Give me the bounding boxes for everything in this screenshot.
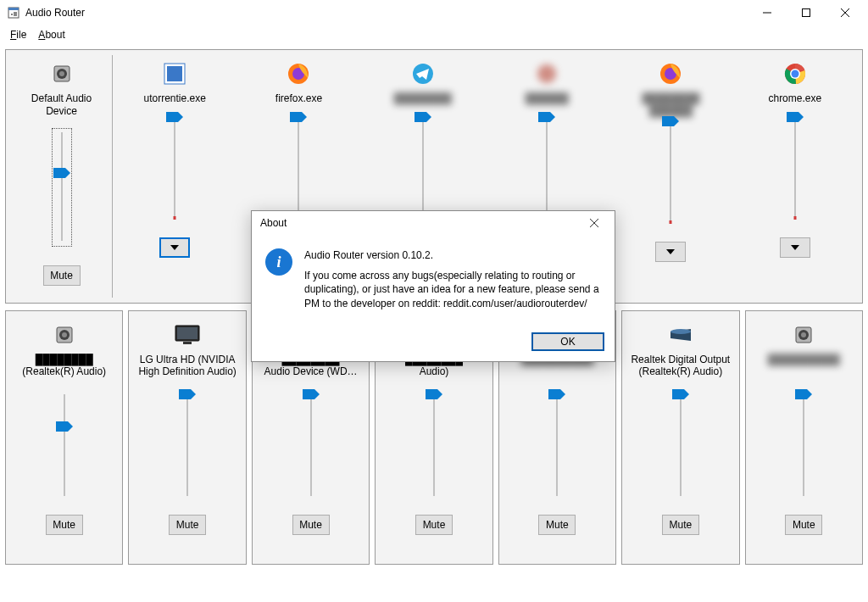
svg-point-23 bbox=[537, 64, 556, 83]
maximize-button[interactable] bbox=[787, 0, 826, 25]
svg-marker-33 bbox=[787, 112, 804, 122]
speaker-icon bbox=[788, 320, 819, 350]
firefox-icon bbox=[655, 59, 686, 89]
svg-rect-3 bbox=[14, 12, 17, 16]
utorrent-icon bbox=[159, 59, 190, 89]
about-dialog: About i Audio Router version 0.10.2. If … bbox=[251, 210, 615, 362]
app-label: firefox.exe bbox=[275, 92, 322, 105]
device-volume-slider[interactable] bbox=[301, 394, 321, 496]
device-volume-slider[interactable] bbox=[670, 394, 691, 496]
svg-marker-55 bbox=[795, 389, 812, 399]
speaker-icon bbox=[47, 59, 77, 89]
svg-rect-1 bbox=[8, 8, 19, 10]
mute-button[interactable]: Mute bbox=[785, 515, 822, 535]
svg-point-2 bbox=[11, 14, 13, 15]
svg-point-50 bbox=[670, 329, 691, 334]
device-label: LG Ultra HD (NVIDIA High Definition Audi… bbox=[134, 354, 240, 393]
monitor-icon bbox=[172, 320, 203, 350]
menubar: File About bbox=[0, 25, 868, 44]
options-dropdown[interactable] bbox=[780, 237, 810, 258]
default-volume-slider[interactable] bbox=[52, 128, 72, 247]
svg-point-10 bbox=[59, 71, 64, 76]
default-device-label: Default Audio Device bbox=[16, 92, 107, 118]
svg-marker-48 bbox=[548, 389, 565, 399]
mute-button[interactable]: Mute bbox=[169, 515, 206, 535]
menu-about[interactable]: About bbox=[33, 28, 70, 42]
device-label: ████████ (Realtek(R) Audio) bbox=[22, 354, 106, 393]
svg-marker-44 bbox=[303, 389, 320, 399]
svg-point-37 bbox=[62, 332, 67, 337]
chrome-icon bbox=[780, 59, 810, 89]
svg-point-32 bbox=[791, 70, 798, 78]
app-label: utorrentie.exe bbox=[143, 92, 205, 105]
firefox-icon bbox=[283, 59, 314, 89]
svg-marker-29 bbox=[666, 249, 675, 254]
about-text: Audio Router version 0.10.2. If you come… bbox=[304, 248, 601, 317]
volume-slider[interactable] bbox=[164, 117, 185, 219]
app-label: ████████ bbox=[394, 92, 452, 105]
app-label: chrome.exe bbox=[768, 92, 821, 105]
menu-file[interactable]: File bbox=[5, 28, 31, 42]
volume-slider[interactable] bbox=[413, 117, 433, 219]
svg-marker-42 bbox=[179, 389, 196, 399]
device-panel-5: Realtek Digital Output (Realtek(R) Audio… bbox=[621, 310, 739, 565]
svg-marker-21 bbox=[415, 112, 431, 122]
minimize-button[interactable] bbox=[748, 0, 787, 25]
device-volume-slider[interactable] bbox=[177, 394, 198, 496]
titlebar: Audio Router bbox=[0, 0, 868, 25]
mute-button[interactable]: Mute bbox=[662, 515, 699, 535]
ok-button[interactable]: OK bbox=[531, 332, 604, 351]
mute-button[interactable]: Mute bbox=[538, 515, 576, 535]
svg-marker-15 bbox=[170, 245, 179, 250]
volume-slider[interactable] bbox=[785, 117, 805, 219]
device-volume-slider[interactable] bbox=[424, 394, 444, 496]
app-icon bbox=[7, 6, 20, 20]
options-dropdown[interactable] bbox=[655, 242, 686, 262]
svg-marker-34 bbox=[791, 245, 799, 250]
svg-marker-24 bbox=[538, 112, 555, 122]
about-dialog-title: About bbox=[260, 217, 287, 229]
device-volume-slider[interactable] bbox=[793, 394, 814, 496]
mute-button[interactable]: Mute bbox=[43, 265, 81, 286]
about-dialog-titlebar: About bbox=[252, 211, 615, 235]
mute-button[interactable]: Mute bbox=[46, 515, 83, 535]
app-column-utorrent: utorrentie.exe bbox=[113, 55, 236, 298]
svg-rect-40 bbox=[177, 327, 198, 339]
speaker-icon bbox=[49, 320, 80, 350]
mute-button[interactable]: Mute bbox=[415, 515, 453, 535]
info-icon: i bbox=[265, 248, 292, 276]
default-device-column: Default Audio Device Mute bbox=[11, 55, 113, 298]
device-volume-slider[interactable] bbox=[547, 394, 567, 496]
window-title: Audio Router bbox=[25, 7, 85, 19]
digital-output-icon bbox=[665, 320, 696, 350]
device-panel-1: LG Ultra HD (NVIDIA High Definition Audi… bbox=[128, 310, 246, 565]
telegram-icon bbox=[408, 59, 438, 89]
options-dropdown[interactable] bbox=[159, 237, 190, 258]
svg-point-54 bbox=[801, 332, 806, 337]
volume-slider[interactable] bbox=[660, 121, 681, 223]
volume-slider[interactable] bbox=[288, 117, 309, 219]
mute-button[interactable]: Mute bbox=[292, 515, 330, 535]
svg-marker-18 bbox=[290, 112, 307, 122]
device-panel-6: ██████████ Mute bbox=[745, 310, 863, 565]
device-panel-0: ████████ (Realtek(R) Audio) Mute bbox=[5, 310, 123, 565]
svg-marker-28 bbox=[662, 116, 679, 126]
svg-rect-5 bbox=[803, 9, 810, 17]
generic-app-icon bbox=[531, 59, 562, 89]
about-close-button[interactable] bbox=[577, 211, 611, 235]
app-column-chrome: chrome.exe bbox=[733, 55, 857, 298]
app-label: ██████ bbox=[526, 92, 569, 105]
volume-slider[interactable] bbox=[537, 117, 557, 219]
device-label: ██████████ bbox=[768, 354, 840, 393]
svg-marker-14 bbox=[166, 112, 183, 122]
app-column-firefox2: ██████████████ bbox=[609, 55, 732, 298]
close-button[interactable] bbox=[826, 0, 865, 25]
svg-marker-51 bbox=[672, 389, 689, 399]
device-volume-slider[interactable] bbox=[54, 394, 75, 496]
svg-marker-46 bbox=[426, 389, 442, 399]
svg-marker-38 bbox=[56, 421, 73, 432]
app-label: ██████████████ bbox=[642, 92, 699, 118]
svg-rect-13 bbox=[167, 66, 182, 81]
device-label: Realtek Digital Output (Realtek(R) Audio… bbox=[627, 354, 733, 393]
svg-marker-11 bbox=[53, 168, 70, 178]
